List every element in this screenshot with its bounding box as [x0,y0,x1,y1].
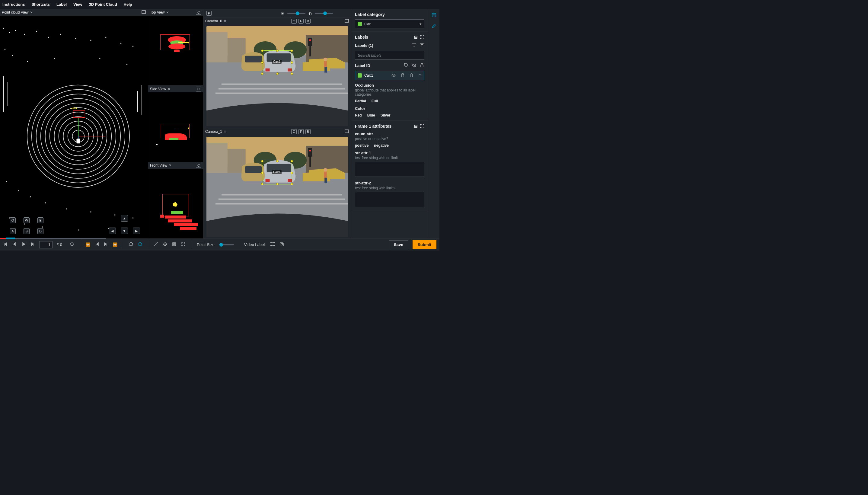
nav-left-button[interactable]: ◀ [109,227,116,234]
camera-1-key-b[interactable]: B [306,129,311,134]
str-attr-2-input[interactable] [355,192,424,207]
close-icon[interactable]: × [166,10,169,15]
collapse-icon[interactable]: ⊟ [414,124,418,129]
menu-shortcuts[interactable]: Shortcuts [31,2,50,7]
str-attr-1-input[interactable] [355,162,424,177]
side-view-canvas[interactable] [148,92,203,162]
nav-right-button[interactable]: ▶ [133,227,140,234]
svg-rect-41 [78,230,79,231]
selection-bbox[interactable] [73,110,85,118]
skip-first-icon[interactable] [3,242,8,248]
camera-1-key-f[interactable]: F [298,129,303,134]
save-button[interactable]: Save [389,240,409,249]
front-view-canvas[interactable] [148,169,203,238]
camera-0-key-b[interactable]: B [306,19,311,23]
menu-3d-point-cloud[interactable]: 3D Point Cloud [89,2,117,7]
key-a[interactable]: A [10,228,16,234]
menu-label[interactable]: Label [56,2,67,7]
add-cube-icon[interactable] [128,242,134,248]
svg-rect-83 [219,88,345,90]
contrast-slider[interactable] [315,13,333,14]
video-label-box-icon[interactable] [270,242,275,248]
camera-0-key-c[interactable]: C [291,19,297,23]
maximize-icon[interactable] [141,10,146,15]
side-view-key[interactable]: C [196,87,201,91]
brightness-slider[interactable] [287,13,306,14]
play-icon[interactable] [21,242,26,248]
filter-icon[interactable] [419,42,424,48]
key-s[interactable]: S [23,228,30,234]
close-icon[interactable]: × [169,163,171,168]
camera-1-bbox[interactable]: Car:1 [262,161,292,184]
close-icon[interactable]: × [31,10,33,15]
camera-0-bbox[interactable]: Car:1 [262,50,292,74]
fast-forward-icon[interactable]: ⏩ [112,242,117,247]
svg-point-53 [169,44,185,50]
key-q[interactable]: Q [10,217,16,223]
camera-1-key-c[interactable]: C [291,129,297,134]
menu-help[interactable]: Help [124,2,132,7]
menu-view[interactable]: View [73,2,82,7]
maximize-icon[interactable] [344,18,349,24]
timeline-seekbar[interactable] [0,238,106,239]
key-e[interactable]: E [37,217,44,223]
tag-icon[interactable] [404,63,409,69]
delete-icon[interactable] [409,73,414,79]
top-view-key[interactable]: C [196,10,201,15]
lock-icon[interactable] [419,63,424,69]
visibility-icon[interactable] [412,63,416,69]
visibility-icon[interactable] [391,73,396,79]
prev-frame-icon[interactable] [12,242,17,248]
close-icon[interactable]: × [168,87,170,91]
enum-attr-negative[interactable]: negative [374,143,389,148]
fit-icon[interactable] [172,242,177,248]
loop-icon[interactable] [69,242,74,248]
camera-0-key-f[interactable]: F [298,19,303,23]
skip-last-icon[interactable] [30,242,35,248]
edit-panel-icon[interactable] [431,22,437,28]
search-labels-input[interactable]: Search labels [355,51,424,60]
expand-icon[interactable]: ⛶ [420,124,424,129]
occlusion-option-partial[interactable]: Partial [355,99,366,103]
nav-up-button[interactable]: ▲ [121,215,128,222]
step-forward-icon[interactable] [104,242,108,248]
camera-0-canvas[interactable]: Car:1 [206,26,348,126]
step-back-icon[interactable] [94,242,99,248]
key-d[interactable]: D [37,228,44,234]
chevron-up-icon[interactable]: ⌃ [418,73,422,78]
frame-number-input[interactable] [39,241,53,249]
svg-rect-44 [7,82,8,106]
top-view-canvas[interactable] [148,16,203,85]
lock-icon[interactable] [400,73,405,79]
point-cloud-canvas[interactable]: Car:1 Q W E A S D ▲ ◀ ▼ ▶ [0,16,148,238]
camera-1-canvas[interactable]: Car:1 [206,137,348,237]
color-option-red[interactable]: Red [355,113,362,117]
expand-icon[interactable]: ⛶ [420,35,424,39]
video-label-copy-icon[interactable] [279,242,284,248]
add-cube-active-icon[interactable] [138,242,142,248]
nav-down-button[interactable]: ▼ [121,227,128,234]
move-icon[interactable] [163,242,168,248]
fullscreen-icon[interactable] [181,242,186,248]
occlusion-option-full[interactable]: Full [371,99,378,103]
color-option-blue[interactable]: Blue [367,113,375,117]
front-view-key[interactable]: C [196,163,201,168]
svg-rect-81 [245,56,262,63]
enum-attr-positive[interactable]: positive [355,143,368,148]
projection-key[interactable]: P [206,11,212,16]
list-panel-icon[interactable] [431,12,437,18]
rewind-icon[interactable]: ⏪ [85,242,90,247]
close-icon[interactable]: × [224,19,226,23]
submit-button[interactable]: Submit [413,240,436,249]
sort-icon[interactable] [412,42,416,48]
menu-instructions[interactable]: Instructions [2,2,25,7]
close-icon[interactable]: × [224,130,226,134]
point-size-slider[interactable] [219,244,234,245]
label-item-car-1[interactable]: Car:1 ⌃ [355,71,424,80]
label-category-select[interactable]: Car ▾ [355,19,424,28]
collapse-icon[interactable]: ⊟ [414,35,418,39]
color-option-silver[interactable]: Silver [381,113,390,117]
key-w[interactable]: W [23,217,30,223]
ruler-icon[interactable] [154,242,158,248]
maximize-icon[interactable] [344,129,349,135]
